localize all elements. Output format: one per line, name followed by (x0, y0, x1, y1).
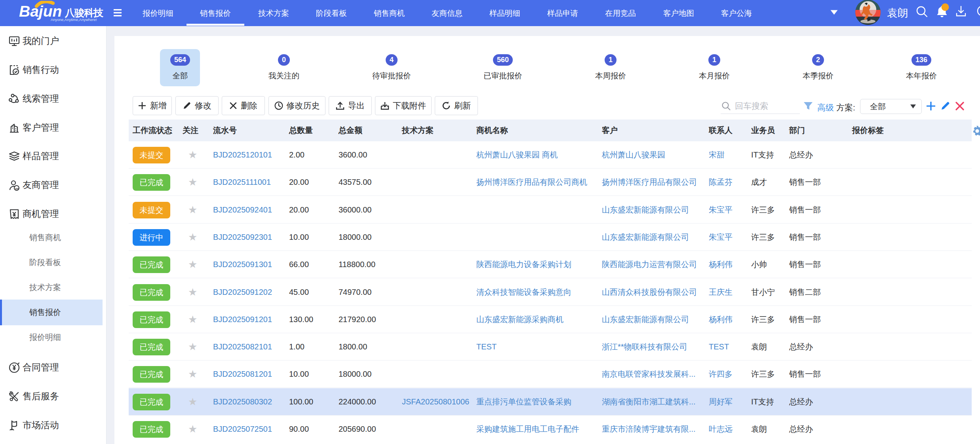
svg-text:vs: vs (15, 187, 19, 190)
svg-text:Anyone,Anytime,Anywhere!: Anyone,Anytime,Anywhere! (51, 17, 97, 22)
svg-text:八骏科技: 八骏科技 (65, 7, 104, 18)
